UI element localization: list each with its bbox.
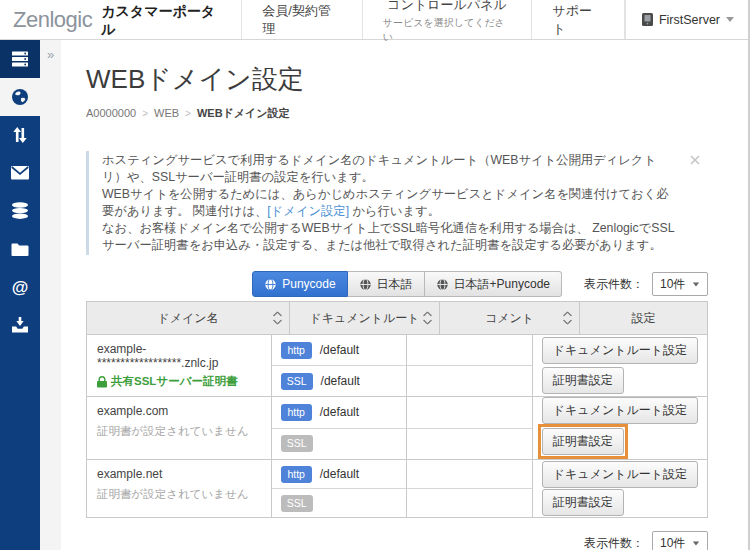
page-size-select-bottom[interactable]: 10件 (652, 531, 708, 550)
info-paragraph-1: ホスティングサービスで利用するドメイン名のドキュメントルート（WEBサイト公開用… (102, 152, 678, 186)
column-label: 設定 (632, 310, 656, 327)
breadcrumb: A0000000>WEB>WEBドメイン設定 (86, 106, 708, 121)
http-badge: http (281, 404, 312, 421)
top-bar: Zenlogic カスタマーポータル 会員/契約管理 コントロールパネル サービ… (0, 0, 750, 40)
chevron-down-icon (693, 541, 699, 545)
nav-item-label: コントロールパネル (387, 0, 506, 14)
portal-title: カスタマーポータル (101, 1, 225, 39)
transfer-arrows-icon (11, 126, 29, 144)
docroot-settings-button[interactable]: ドキュメントルート設定 (542, 397, 698, 424)
chevron-down-icon (693, 282, 699, 286)
nav-control-panel[interactable]: コントロールパネル サービスを選択してください (362, 0, 532, 39)
breadcrumb-web[interactable]: WEB (154, 107, 179, 119)
sidebar-item-import[interactable] (0, 306, 40, 344)
sort-desc-icon (563, 320, 572, 325)
http-badge: http (281, 342, 312, 359)
info-paragraph-2: WEBサイトを公開するためには、あらかじめホスティングサービスとドメイン名を関連… (102, 186, 678, 220)
column-label: ドキュメントルート (309, 310, 419, 327)
column-label: ドメイン名 (157, 310, 218, 327)
chevron-down-icon (726, 17, 734, 22)
top-navigation: 会員/契約管理 コントロールパネル サービスを選択してください サポート (241, 0, 625, 39)
sort-control[interactable] (563, 312, 572, 325)
certificate-status: 共有SSLサーバー証明書 (97, 374, 261, 389)
domain-settings-link[interactable]: [ドメイン設定] (267, 204, 349, 218)
certificate-settings-button[interactable]: 証明書設定 (542, 489, 624, 516)
sidebar-item-web-domain[interactable] (0, 78, 40, 116)
device-icon (642, 13, 653, 26)
sidebar-rail: » (40, 40, 61, 550)
sidebar-item-database[interactable] (0, 192, 40, 230)
settings-cell: ドキュメントルート設定 証明書設定 (532, 397, 707, 459)
http-docroot: http /default (272, 397, 406, 429)
account-menu[interactable]: FirstServer (625, 0, 750, 39)
toggle-japanese-punycode[interactable]: 日本語+Punycode (425, 271, 562, 297)
mail-icon (11, 166, 29, 180)
docroot-path: /default (320, 343, 359, 357)
settings-cell: ドキュメントルート設定 証明書設定 (532, 335, 707, 396)
sort-desc-icon (273, 320, 282, 325)
sidebar-item-mail[interactable] (0, 154, 40, 192)
http-badge: http (281, 466, 312, 483)
page-size-value: 10件 (660, 276, 685, 293)
column-label: コメント (485, 310, 534, 327)
database-icon (11, 202, 29, 220)
close-icon[interactable] (688, 151, 702, 172)
sort-control[interactable] (273, 312, 282, 325)
docroot-settings-button[interactable]: ドキュメントルート設定 (542, 337, 698, 364)
certificate-settings-button-highlighted[interactable]: 証明書設定 (542, 428, 624, 455)
account-name: FirstServer (659, 13, 720, 27)
breadcrumb-separator: > (185, 108, 191, 119)
sidebar-item-transfer[interactable] (0, 116, 40, 154)
docroot-path: /default (320, 405, 359, 419)
app-logo[interactable]: Zenlogic カスタマーポータル (0, 0, 225, 39)
sidebar-item-email-address[interactable]: @ (0, 268, 40, 306)
column-header-settings: 設定 (579, 302, 707, 334)
toggle-punycode[interactable]: Punycode (252, 271, 347, 297)
page-title: WEBドメイン設定 (86, 62, 708, 97)
http-docroot: http /default (272, 335, 406, 366)
breadcrumb-separator: > (142, 108, 148, 119)
sort-asc-icon (423, 312, 432, 317)
docroot-settings-button[interactable]: ドキュメントルート設定 (542, 461, 698, 488)
toggle-japanese[interactable]: 日本語 (348, 271, 425, 297)
page-size-select[interactable]: 10件 (652, 272, 708, 296)
column-header-domain: ドメイン名 (87, 302, 289, 334)
sidebar-item-files[interactable] (0, 230, 40, 268)
breadcrumb-current: WEBドメイン設定 (197, 107, 290, 119)
info-text: から行います。 (349, 204, 440, 218)
info-box: ホスティングサービスで利用するドメイン名のドキュメントルート（WEBサイト公開用… (86, 151, 708, 255)
ssl-docroot: SSL (272, 489, 406, 517)
docroot-cell: http /default SSL (271, 397, 406, 459)
certificate-status: 証明書が設定されていません (97, 487, 261, 502)
sidebar-item-hosting[interactable] (0, 40, 40, 78)
ssl-docroot: SSL /default (272, 366, 406, 396)
globe-icon (264, 278, 277, 291)
nav-support[interactable]: サポート (531, 0, 624, 39)
info-paragraph-3: なお、お客様ドメイン名で公開するWEBサイト上でSSL暗号化通信を利用する場合は… (102, 220, 678, 254)
page-size-label: 表示件数： (584, 535, 644, 550)
comment-ssl (407, 489, 532, 517)
expand-sidebar-button[interactable]: » (40, 40, 61, 64)
docroot-cell: http /default SSL (271, 460, 406, 517)
brand-logo-text: Zenlogic (13, 9, 92, 31)
table-header-row: ドメイン名 ドキュメントルート コメント (87, 302, 707, 334)
main-content: WEBドメイン設定 A0000000>WEB>WEBドメイン設定 ホスティングサ… (61, 40, 750, 550)
certificate-settings-button[interactable]: 証明書設定 (542, 367, 624, 394)
nav-member-contract[interactable]: 会員/契約管理 (241, 0, 361, 39)
docroot-cell: http /default SSL /default (271, 335, 406, 396)
nav-item-label: 会員/契約管理 (262, 2, 341, 38)
folder-icon (11, 242, 29, 257)
table-controls: Punycode 日本語 日本語+Punycode 表示件数： 10件 (86, 271, 708, 297)
sort-asc-icon (273, 312, 282, 317)
sort-control[interactable] (423, 312, 432, 325)
breadcrumb-account[interactable]: A0000000 (86, 107, 136, 119)
docroot-path: /default (320, 467, 359, 481)
nav-item-sublabel: サービスを選択してください (383, 16, 512, 44)
certificate-status-text: 共有SSLサーバー証明書 (111, 374, 237, 389)
table-row: example.net 証明書が設定されていません http /default … (87, 459, 707, 517)
globe-icon (359, 278, 372, 291)
table-row: example.com 証明書が設定されていません http /default … (87, 396, 707, 459)
domain-name: example- (97, 342, 261, 356)
comment-http (407, 335, 532, 366)
highlight-annotation: 証明書設定 (538, 424, 628, 459)
